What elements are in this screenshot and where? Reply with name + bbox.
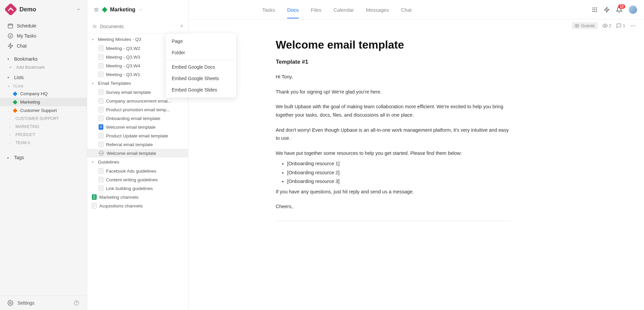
folder-customer-support[interactable]: › CUSTOMER SUPPORT	[0, 115, 87, 123]
notifications-button[interactable]: 13	[616, 6, 623, 13]
svg-point-16	[596, 9, 597, 10]
google-sheet-icon	[92, 194, 97, 200]
nav-schedule[interactable]: Schedule	[0, 21, 87, 31]
doc-item-label: Meeting - Q3.W4	[106, 63, 140, 68]
menu-page[interactable]: Page	[166, 36, 236, 47]
bookmarks-section[interactable]: ▾ Bookmarks	[0, 53, 87, 63]
doc-divider	[276, 221, 511, 221]
doc-paragraph: Thank you for signing up! We're glad you…	[276, 88, 511, 96]
menu-embed-gdocs[interactable]: Embed Google Docs	[166, 61, 236, 73]
doc-icon	[99, 54, 103, 60]
doc-icon	[99, 46, 103, 51]
add-bookmark-label: Add Bookmark	[16, 65, 45, 70]
doc-folder[interactable]: ▾Guidelines	[87, 158, 188, 167]
doc-item[interactable]: Onboarding email template	[87, 114, 188, 123]
check-circle-icon	[7, 33, 13, 39]
doc-item[interactable]: Acquisitions channels	[87, 201, 188, 210]
svg-point-21	[577, 25, 578, 26]
list-marketing[interactable]: Marketing	[0, 98, 87, 106]
doc-item-label: Meeting - Q3.W3	[106, 55, 140, 60]
tab-chat[interactable]: Chat	[401, 1, 412, 18]
lightning-button[interactable]	[604, 7, 610, 13]
settings-button[interactable]	[7, 300, 13, 306]
menu-embed-gslides[interactable]: Embed Google Slides	[166, 84, 236, 96]
list-customer-support[interactable]: Customer Support	[0, 106, 87, 115]
tab-messages[interactable]: Messages	[366, 1, 389, 18]
doc-content[interactable]: Welcome email template Template #1 Hi To…	[276, 39, 511, 221]
doc-icon	[99, 168, 103, 174]
menu-icon[interactable]	[93, 7, 99, 13]
menu-folder[interactable]: Folder	[166, 47, 236, 58]
doc-item-label: Meeting - Q3.W1	[106, 72, 140, 77]
doc-item[interactable]: Content writing guidelines	[87, 175, 188, 184]
doc-paragraph: We have put together some resources to h…	[276, 149, 511, 158]
doc-list: [Onboarding resource 1] [Onboarding reso…	[287, 159, 511, 185]
doc-item[interactable]: Facebook Ads guidelines	[87, 167, 188, 175]
list-label: Company HQ	[20, 91, 48, 96]
lists-section[interactable]: ▾ Lists	[0, 71, 87, 81]
nav-chat-label: Chat	[17, 43, 27, 49]
doc-list-item: [Onboarding resource 1]	[287, 159, 511, 168]
tab-docs[interactable]: Docs	[287, 1, 299, 18]
diamond-icon	[102, 7, 108, 13]
lists-label: Lists	[14, 75, 24, 80]
docs-space-header[interactable]: Marketing	[87, 0, 188, 19]
more-button[interactable]	[630, 23, 636, 29]
caret-right-icon: ›	[9, 117, 13, 121]
doc-item[interactable]: Product promotion email temp...	[87, 105, 188, 114]
doc-item[interactable]: Link building guidelines	[87, 184, 188, 193]
team-group[interactable]: ▾ TEAM	[0, 81, 87, 89]
menu-divider	[166, 60, 236, 60]
nav-chat[interactable]: Chat	[0, 41, 87, 51]
folder-team-a[interactable]: › TEAM A	[0, 139, 87, 147]
folder-label: CUSTOMER SUPPORT	[15, 116, 59, 121]
workspace-switcher[interactable]: Demo	[0, 0, 87, 19]
nav-mytasks[interactable]: My Tasks	[0, 31, 87, 41]
tab-calendar[interactable]: Calendar	[333, 1, 354, 18]
add-document-button[interactable]: +	[180, 23, 183, 30]
tab-tasks[interactable]: Tasks	[262, 1, 275, 18]
doc-item[interactable]: Company announcement emai...	[87, 97, 188, 105]
sidebar-footer: Settings	[0, 296, 87, 310]
doc-item-label: Survey email template	[106, 90, 151, 95]
add-bookmark[interactable]: + Add Bookmark	[0, 63, 87, 71]
doc-item[interactable]: Referral email template	[87, 140, 188, 149]
doc-icon	[99, 107, 103, 112]
views-meta[interactable]: 2	[602, 23, 611, 28]
doc-item[interactable]: Product Update email template	[87, 131, 188, 140]
tab-files[interactable]: Files	[311, 1, 322, 18]
caret-down-icon: ▾	[7, 75, 11, 80]
doc-item-selected[interactable]: Welcome email template	[87, 149, 188, 158]
tags-label: Tags	[14, 155, 24, 160]
doc-item-active[interactable]: Welcome email template	[87, 123, 188, 131]
guests-chip[interactable]: Guests	[572, 22, 597, 29]
user-avatar[interactable]	[629, 5, 637, 14]
list-company-hq[interactable]: Company HQ	[0, 89, 87, 98]
svg-point-18	[594, 11, 595, 12]
svg-marker-20	[604, 7, 609, 12]
diamond-icon	[13, 91, 17, 96]
svg-marker-2	[8, 44, 13, 49]
settings-label[interactable]: Settings	[17, 300, 69, 306]
nav-schedule-label: Schedule	[17, 23, 36, 28]
doc-item[interactable]: Marketing channels	[87, 193, 188, 201]
svg-point-23	[631, 25, 632, 26]
guests-label: Guests	[581, 23, 595, 28]
doc-paragraph: Cheers,	[276, 202, 511, 211]
apps-button[interactable]	[592, 7, 598, 13]
doc-icon	[99, 177, 103, 182]
folder-marketing[interactable]: › MARKETING	[0, 123, 87, 131]
doc-paragraph: We built Upbase with the goal of making …	[276, 103, 511, 119]
caret-down-icon: ▾	[92, 38, 96, 41]
svg-point-24	[633, 25, 634, 26]
folder-product[interactable]: › PRODUCT	[0, 131, 87, 139]
comments-meta[interactable]: 1	[616, 23, 625, 28]
google-doc-icon	[99, 124, 103, 130]
svg-point-11	[592, 7, 593, 8]
menu-embed-gsheets[interactable]: Embed Google Sheets	[166, 73, 236, 84]
tags-section[interactable]: ▸ Tags	[0, 151, 87, 162]
doc-item-label: Welcome email template	[107, 151, 156, 156]
help-button[interactable]	[73, 300, 79, 306]
doc-item-label: Acquisitions channels	[99, 203, 143, 208]
caret-right-icon: ›	[9, 125, 13, 129]
